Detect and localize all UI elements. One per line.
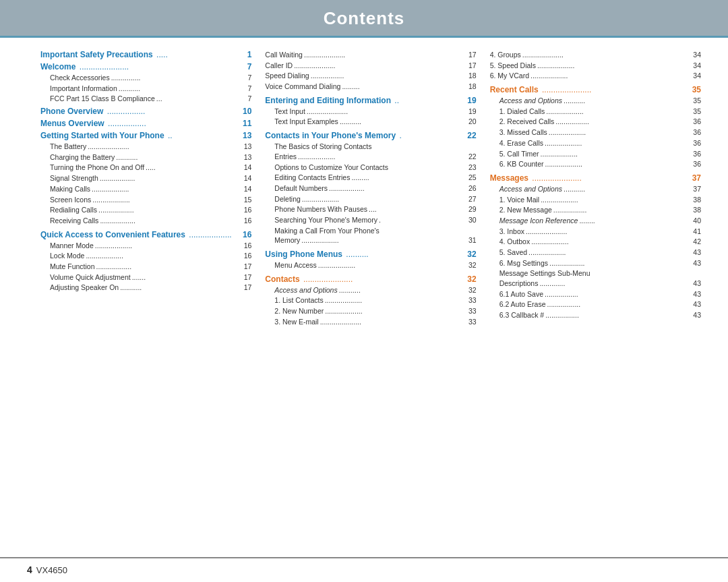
toc-phone-overview: Phone Overview ................. 10 (40, 107, 251, 116)
list-item: 6.1 Auto Save.................43 (499, 289, 701, 299)
toc-contacts-memory: Contacts in Your Phone's Memory . 22 The… (265, 131, 476, 245)
list-item: 1. Voice Mail...................38 (499, 195, 701, 205)
getting-started-entry: Getting Started with Your Phone .. 13 (40, 131, 251, 140)
messages-subs: Access and Options...........37 1. Voice… (490, 184, 701, 320)
list-item: Message Icon Reference........40 (499, 216, 701, 226)
contacts-memory-page: 22 (467, 131, 476, 140)
list-item: Redialing Calls..................16 (50, 205, 251, 215)
col3-top-subs: 4. Groups.....................34 5. Spee… (490, 50, 701, 81)
messages-page: 37 (692, 173, 701, 183)
page-title: Contents (0, 8, 728, 29)
list-item: Lock Mode...................16 (50, 251, 251, 261)
welcome-page: 7 (247, 62, 252, 71)
list-item: 2. New Number...................33 (274, 306, 476, 316)
list-item: The Battery.....................13 (50, 142, 251, 152)
messages-dots: ...................... (530, 173, 691, 183)
list-item: 6. KB Counter...................36 (499, 159, 701, 169)
safety-entry: Important Safety Precautions ..... 1 (40, 50, 251, 59)
list-item: Screen Icons...................15 (50, 195, 251, 205)
toc-col3-top: 4. Groups.....................34 5. Spee… (490, 50, 701, 81)
list-item: Manner Mode...................16 (50, 241, 251, 251)
quick-access-dots: ................... (187, 230, 241, 239)
contacts-dots: ...................... (301, 274, 466, 284)
phone-overview-page: 10 (243, 107, 251, 116)
getting-started-page: 13 (243, 131, 251, 140)
toc-safety: Important Safety Precautions ..... 1 (40, 50, 251, 59)
quick-access-label: Quick Access to Convenient Features (40, 230, 185, 239)
list-item: Volume Quick Adjustment.......17 (50, 272, 251, 283)
entering-subs: Text Input.....................19 Text I… (265, 107, 476, 127)
messages-label: Messages (490, 173, 528, 183)
list-item: 6. My VCard...................34 (490, 71, 701, 81)
list-item: Text Input.....................19 (274, 107, 476, 117)
contacts-memory-entry: Contacts in Your Phone's Memory . 22 (265, 131, 476, 140)
toc-using-menus: Using Phone Menus .......... 32 Menu Acc… (265, 250, 476, 270)
list-item: Adjusting Speaker On...........17 (50, 283, 251, 293)
recent-calls-page: 35 (692, 85, 701, 94)
col2-top-subs: Call Waiting.....................17 Call… (265, 50, 476, 92)
list-item: Check Accessories ............... 7 (50, 73, 251, 83)
phone-overview-entry: Phone Overview ................. 10 (40, 107, 251, 116)
list-item: Voice Command Dialing.........18 (265, 82, 476, 92)
list-item: Signal Strength..................14 (50, 173, 251, 183)
using-menus-page: 32 (467, 250, 476, 259)
quick-access-entry: Quick Access to Convenient Features ....… (40, 230, 251, 239)
list-item: Text Input Examples...........20 (274, 117, 476, 127)
phone-overview-label: Phone Overview (40, 107, 103, 116)
entering-label: Entering and Editing Information (265, 96, 391, 105)
list-item: 4. Groups.....................34 (490, 50, 701, 60)
footer: 4 VX4650 (0, 557, 728, 581)
content-area: Important Safety Precautions ..... 1 Wel… (0, 38, 728, 557)
menus-overview-page: 11 (243, 119, 251, 128)
list-item: 1. Dialed Calls...................35 (499, 107, 701, 117)
menus-overview-entry: Menus Overview ................. 11 (40, 119, 251, 128)
list-item: Access and Options...........35 (499, 96, 701, 106)
using-menus-entry: Using Phone Menus .......... 32 (265, 250, 476, 259)
entering-dots: .. (392, 96, 466, 105)
recent-calls-subs: Access and Options...........35 1. Diale… (490, 96, 701, 169)
list-item: Access and Options...........37 (499, 184, 701, 194)
recent-calls-label: Recent Calls (490, 85, 539, 94)
welcome-dots: ...................... (77, 62, 245, 71)
toc-entering: Entering and Editing Information .. 19 T… (265, 96, 476, 127)
using-menus-dots: .......... (344, 250, 466, 259)
list-item: Menu Access...................32 (274, 260, 476, 270)
menus-overview-label: Menus Overview (40, 119, 104, 128)
entering-entry: Entering and Editing Information .. 19 (265, 96, 476, 105)
list-item: Call Waiting.....................17 (265, 50, 476, 60)
list-item: Searching Your Phone's Memory.30 (274, 215, 476, 225)
safety-dots: ..... (154, 50, 246, 59)
welcome-entry: Welcome ...................... 7 (40, 62, 251, 71)
toc-messages: Messages ...................... 37 Acces… (490, 173, 701, 320)
list-item: 5. Speed Dials...................34 (490, 61, 701, 71)
column-3: 4. Groups.....................34 5. Spee… (490, 50, 701, 550)
list-item: Access and Options...........32 (274, 285, 476, 295)
footer-page-number: 4 (27, 564, 32, 575)
toc-contacts: Contacts ...................... 32 Acces… (265, 274, 476, 327)
list-item: Making a Call From Your Phone's Memory..… (274, 226, 476, 245)
getting-started-label: Getting Started with Your Phone (40, 131, 164, 140)
welcome-subs: Check Accessories ............... 7 Impo… (40, 73, 251, 104)
list-item: Receiving Calls..................16 (50, 216, 251, 226)
list-item: 1. List Contacts...................33 (274, 295, 476, 305)
toc-welcome: Welcome ...................... 7 Check A… (40, 62, 251, 104)
list-item: Turning the Phone On and Off.....14 (50, 163, 251, 173)
list-item: 6.2 Auto Erase.................43 (499, 299, 701, 310)
recent-calls-dots: ...................... (540, 85, 691, 94)
contacts-memory-label: Contacts in Your Phone's Memory (265, 131, 396, 140)
list-item: 2. New Message.................38 (499, 205, 701, 215)
contacts-page: 32 (467, 274, 476, 284)
list-item: Phone Numbers With Pauses....29 (274, 204, 476, 214)
safety-page: 1 (247, 50, 252, 59)
list-item: Important Information ........... 7 (50, 84, 251, 94)
toc-getting-started: Getting Started with Your Phone .. 13 Th… (40, 131, 251, 226)
column-2: Call Waiting.....................17 Call… (265, 50, 489, 550)
messages-entry: Messages ...................... 37 (490, 173, 701, 183)
list-item: 5. Saved...................43 (499, 248, 701, 258)
list-item: The Basics of Storing Contacts Entries..… (274, 142, 476, 161)
column-1: Important Safety Precautions ..... 1 Wel… (40, 50, 265, 550)
getting-started-subs: The Battery.....................13 Charg… (40, 142, 251, 226)
entering-page: 19 (467, 96, 476, 105)
list-item: Speed Dialing.................18 (265, 71, 476, 81)
list-item: 2. Received Calls.................36 (499, 117, 701, 127)
